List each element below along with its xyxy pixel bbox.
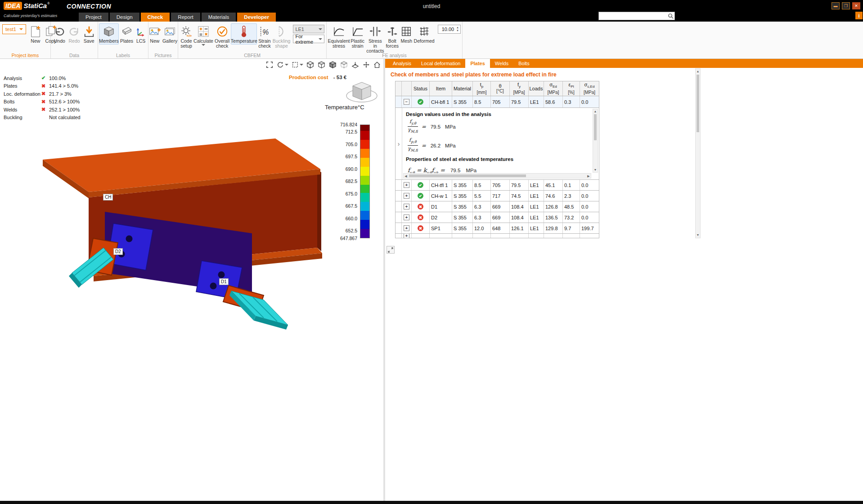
mesh-grid-icon	[400, 24, 412, 39]
plastic-strain-button[interactable]: Plastic strain	[350, 23, 365, 49]
member-label-D2[interactable]: D2	[113, 248, 123, 255]
table-row[interactable]: − CH-bfl 1 S 355 8.5 705 79.5 LE1 58.6 0…	[395, 96, 599, 108]
bolt-forces-button[interactable]: Bolt forces	[385, 23, 399, 49]
expand-row-button[interactable]: +	[404, 234, 409, 238]
redo-button[interactable]: Redo	[67, 23, 81, 45]
svg-text:</>: </>	[187, 34, 192, 37]
overview-row: Bolts512.6 > 100%	[4, 98, 81, 106]
stress-curve-icon	[333, 24, 345, 39]
tab-check[interactable]: Check	[141, 13, 170, 22]
wireframe-view-icon[interactable]	[306, 60, 315, 69]
search-input[interactable]	[599, 13, 666, 19]
account-button[interactable]: i	[855, 12, 863, 19]
overview-row: Analysis100.0%	[4, 74, 81, 82]
tab-bolts[interactable]: Bolts	[513, 59, 534, 68]
results-scrollbar[interactable]: ▲▼	[695, 68, 701, 238]
spinner-down-icon[interactable]: ▼	[456, 30, 459, 32]
new-picture-button[interactable]: New	[148, 23, 161, 45]
close-button[interactable]: ✕	[852, 2, 860, 9]
home-view-icon[interactable]	[373, 60, 381, 69]
calculate-button[interactable]: Calculate	[193, 23, 213, 47]
search-icon[interactable]	[666, 13, 675, 19]
buckling-shape-button[interactable]: Buckling shape	[272, 23, 291, 49]
pan-view-icon[interactable]	[362, 60, 370, 69]
undo-button[interactable]: Undo	[53, 23, 67, 45]
stress-in-contacts-button[interactable]: Stress in contacts	[366, 23, 384, 54]
new-project-item-button[interactable]: New	[28, 23, 43, 45]
table-row[interactable]: + CH-w 1 S 355 5.5 717 74.5 LE1 74.6 2.3…	[395, 191, 599, 201]
deformed-scale-spinner[interactable]: 10.00 ▲▼	[438, 25, 461, 34]
plates-labels-toggle[interactable]: Plates	[120, 23, 134, 45]
expand-row-button[interactable]: +	[404, 214, 409, 220]
temperature-button[interactable]: Temperature	[231, 23, 257, 45]
expand-row-button[interactable]: +	[404, 193, 409, 199]
overview-row: Welds252.1 > 100%	[4, 106, 81, 114]
table-row[interactable]: + SP1 S 355 12.0 648 126.1 LE1 129.8 9.7…	[395, 223, 599, 234]
results-panel: Analysis Local deformation Plates Welds …	[385, 59, 863, 501]
lcs-labels-toggle[interactable]: LCS	[135, 23, 147, 45]
tab-developer[interactable]: Developer	[237, 13, 276, 22]
tab-project[interactable]: Project	[79, 13, 108, 22]
zoom-fit-icon[interactable]	[265, 60, 274, 69]
check-circle-icon	[216, 24, 228, 39]
maximize-button[interactable]: ❐	[842, 2, 850, 9]
ribbon-tab-bar: Project Design Check Report Materials De…	[0, 13, 863, 22]
detail-vertical-scrollbar[interactable]: ▲▼	[593, 109, 598, 173]
extreme-dropdown[interactable]: For extreme	[293, 35, 324, 43]
expand-row-button[interactable]: +	[404, 182, 409, 188]
project-item-selector[interactable]: test1	[2, 24, 26, 34]
clip-plane-icon[interactable]	[351, 60, 360, 69]
rotate-view-icon[interactable]	[276, 60, 288, 69]
tab-plates[interactable]: Plates	[465, 59, 490, 68]
status-icon	[41, 107, 49, 112]
members-labels-toggle[interactable]: Members	[99, 23, 119, 45]
solid-view-icon[interactable]	[328, 60, 337, 69]
code-setup-button[interactable]: </> Code setup	[180, 23, 193, 49]
section-box-icon[interactable]	[291, 60, 303, 69]
mesh-button[interactable]: Mesh	[400, 23, 413, 45]
collapse-row-button[interactable]: −	[404, 99, 409, 105]
table-row[interactable]: + D1 S 355 6.3 669 108.4 LE1 126.8 48.5 …	[395, 201, 599, 212]
expand-row-button[interactable]: +	[404, 204, 409, 210]
strain-percent-icon: %	[259, 24, 270, 39]
save-button[interactable]: Save	[82, 23, 96, 45]
member-label-CH[interactable]: CH	[103, 194, 113, 201]
member-label-D1[interactable]: D1	[219, 278, 229, 285]
row-detail: › Design values used in the analysis fy,…	[395, 108, 599, 180]
shaded-view-icon[interactable]	[317, 60, 326, 69]
tab-local-deformation[interactable]: Local deformation	[416, 59, 465, 68]
legend-title: Temperature°C	[325, 104, 374, 111]
gallery-button[interactable]: Gallery	[162, 23, 178, 45]
minimize-button[interactable]: ▬	[832, 2, 840, 9]
equivalent-stress-button[interactable]: Equivalent stress	[328, 23, 349, 49]
new-picture-icon	[149, 24, 161, 39]
loadcase-dropdown[interactable]: LE1	[293, 25, 324, 33]
strain-check-button[interactable]: % Strain check	[258, 23, 271, 49]
temperature-legend: Temperature°C 716.824 712.5 705.0 697.5 …	[325, 104, 374, 252]
tagline: Calculate yesterday's estimates	[4, 13, 57, 18]
calculate-dropdown-caret[interactable]	[202, 44, 205, 46]
spinner-up-icon[interactable]: ▲	[456, 27, 459, 29]
splitter-handle[interactable]	[387, 246, 395, 254]
legend-color-bar	[360, 125, 370, 238]
detail-horizontal-scrollbar[interactable]: ◀▶	[403, 173, 591, 178]
tab-design[interactable]: Design	[110, 13, 139, 22]
tab-welds[interactable]: Welds	[490, 59, 513, 68]
bottom-bar	[0, 501, 863, 504]
viewport-3d[interactable]: Analysis100.0% Plates141.4 > 5.0% Loc. d…	[0, 59, 383, 501]
status-icon	[41, 99, 49, 105]
status-icon	[418, 99, 423, 105]
deformed-button[interactable]: Deformed	[414, 23, 435, 45]
status-icon	[41, 91, 49, 97]
tab-materials[interactable]: Materials	[202, 13, 236, 22]
tab-analysis[interactable]: Analysis	[388, 59, 416, 68]
expand-row-button[interactable]: +	[404, 225, 409, 231]
table-row[interactable]: + D2 S 355 6.3 669 108.4 LE1 136.5 73.2 …	[395, 212, 599, 223]
deformed-grid-icon	[418, 24, 430, 39]
table-row-partial[interactable]: +	[395, 234, 599, 238]
table-row[interactable]: + CH-tfl 1 S 355 8.5 705 79.5 LE1 45.1 0…	[395, 180, 599, 191]
search-box[interactable]	[598, 12, 675, 20]
overall-check-button[interactable]: Overall check	[214, 23, 230, 49]
tab-report[interactable]: Report	[171, 13, 200, 22]
transparent-view-icon[interactable]	[340, 60, 348, 69]
